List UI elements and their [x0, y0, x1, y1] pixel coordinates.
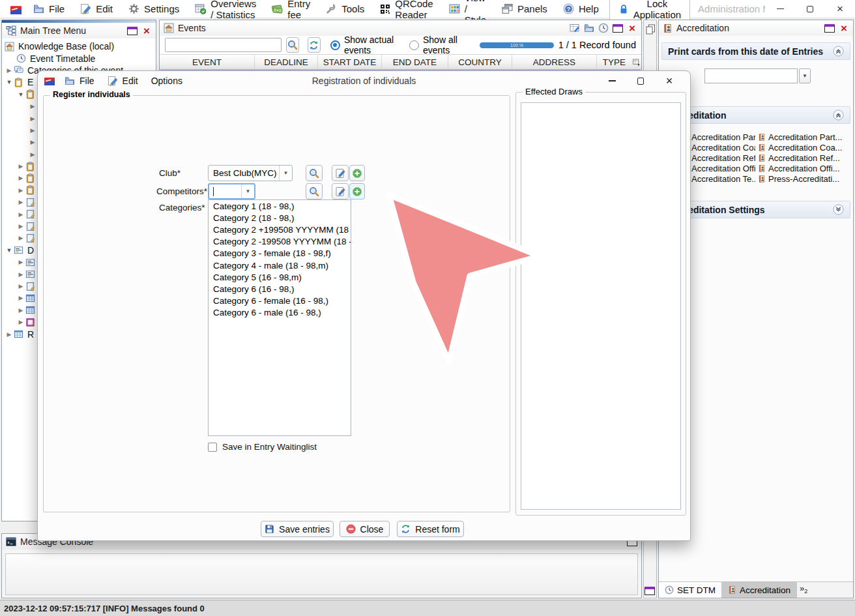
column-header-event[interactable]: EVENT [160, 55, 255, 69]
category-option[interactable]: Category 3 - female (18 - 98,f) [209, 248, 351, 259]
expand-arrow-icon[interactable] [16, 271, 25, 278]
tree-item-event-timetable[interactable]: Event Timetable [2, 52, 156, 64]
window-minimize-button[interactable] [765, 0, 795, 18]
panel-close-icon[interactable]: × [627, 24, 637, 33]
category-option[interactable]: Category 5 (16 - 98,m) [209, 271, 351, 283]
column-header-end-date[interactable]: END DATE [382, 55, 448, 69]
events-search-input[interactable] [165, 38, 282, 52]
competitors-edit-button[interactable] [332, 183, 349, 199]
print-cards-section-header[interactable]: Print cards from this date of Entries [661, 42, 850, 60]
search-button[interactable] [286, 37, 299, 53]
expand-arrow-icon[interactable] [16, 259, 25, 265]
menu-edit[interactable]: Edit [72, 0, 121, 18]
radio-show-actual-events[interactable] [330, 40, 340, 50]
competitors-search-button[interactable] [306, 183, 323, 199]
save-entries-button[interactable]: Save entries [261, 521, 334, 537]
menu-tools[interactable]: Tools [318, 0, 372, 18]
chevron-down-icon[interactable]: ▼ [279, 166, 292, 181]
expand-arrow-icon[interactable] [28, 115, 37, 122]
accreditation-item[interactable]: Accreditation Te... [681, 173, 755, 184]
tab-overflow-button[interactable]: »2 [797, 582, 810, 598]
dialog-close-button[interactable]: × [655, 72, 684, 90]
expand-arrow-icon[interactable] [16, 163, 25, 169]
expand-arrow-icon[interactable] [28, 103, 37, 110]
waitinglist-checkbox[interactable] [208, 443, 217, 452]
window-close-button[interactable]: × [825, 0, 855, 18]
category-option[interactable]: Category 2 +199508 YYYYMM (18 - 98,) [209, 224, 351, 235]
column-header-type[interactable]: TYPE [597, 55, 631, 69]
expand-arrow-icon[interactable] [16, 295, 25, 301]
category-option[interactable]: Category 6 - female (16 - 98,) [209, 295, 351, 307]
tab-accreditation[interactable]: Accreditation [722, 582, 797, 598]
accreditation-item[interactable]: Accreditation Coa... [681, 142, 755, 153]
tab-set-dtm[interactable]: SET DTM [659, 582, 722, 598]
effected-draws-list[interactable] [521, 102, 681, 510]
expand-arrow-icon[interactable] [16, 199, 25, 205]
menu-settings[interactable]: Settings [121, 0, 187, 18]
panel-maximize-icon[interactable] [824, 24, 835, 33]
pages-icon[interactable] [645, 23, 656, 35]
dialog-maximize-button[interactable] [626, 72, 655, 90]
clock-icon[interactable] [598, 23, 609, 33]
category-option[interactable]: Category 6 - male (16 - 98,) [209, 307, 351, 319]
panel-close-icon[interactable]: × [839, 24, 849, 33]
expand-arrow-icon[interactable] [5, 67, 14, 74]
category-option[interactable]: Category 2 -199508 YYYYMM (18 - 98,) [209, 236, 351, 248]
competitors-combobox[interactable]: ▼ [208, 183, 255, 199]
dialog-menu-edit[interactable]: Edit [102, 71, 144, 91]
club-combobox[interactable]: Best Club(MYC) ▼ [208, 165, 293, 181]
menu-help[interactable]: Help [555, 0, 607, 18]
expand-arrow-icon[interactable] [16, 211, 25, 218]
reset-form-button[interactable]: Reset form [397, 521, 464, 537]
menu-panels[interactable]: Panels [494, 0, 555, 18]
collapse-arrow-icon[interactable] [16, 91, 25, 98]
close-button[interactable]: Close [340, 521, 390, 537]
tree-item-knowledge-base[interactable]: Knowledge Base (local) [2, 40, 156, 52]
accreditation-item[interactable]: Accreditation Offi... [758, 163, 850, 173]
panel-restore-icon[interactable] [645, 587, 655, 595]
expand-arrow-icon[interactable] [16, 283, 25, 289]
collapse-chevron-icon[interactable] [833, 110, 844, 121]
chevron-down-icon[interactable]: ▼ [241, 184, 254, 198]
edit-table-icon[interactable] [570, 23, 580, 33]
dialog-minimize-button[interactable] [598, 72, 626, 90]
accreditation-item[interactable]: Accreditation Part... [758, 132, 850, 142]
collapse-chevron-icon[interactable] [833, 46, 844, 57]
expand-arrow-icon[interactable] [16, 187, 25, 194]
collapse-arrow-icon[interactable] [5, 79, 14, 85]
expand-arrow-icon[interactable] [16, 319, 25, 325]
accreditation-item[interactable]: Accreditation Coa... [758, 142, 850, 153]
categories-listbox[interactable]: Category 1 (18 - 98,) Category 2 (18 - 9… [208, 199, 351, 436]
expand-chevron-icon[interactable] [833, 204, 844, 215]
dialog-menu-options[interactable]: Options [145, 71, 188, 91]
accreditation-item[interactable]: Press-Accreditati... [758, 173, 850, 184]
date-dropdown-button[interactable]: ▼ [799, 68, 811, 83]
menu-overviews-statistics[interactable]: Overviews / Statistics [187, 0, 264, 18]
column-header-deadline[interactable]: DEADLINE [255, 55, 318, 69]
column-header-country[interactable]: COUNTRY [448, 55, 512, 69]
category-option[interactable]: Category 4 - male (18 - 98,m) [209, 259, 351, 271]
column-header-address[interactable]: ADDRESS [512, 55, 597, 69]
expand-arrow-icon[interactable] [5, 331, 14, 338]
accreditation-item[interactable]: Accreditation Part... [681, 132, 755, 142]
expand-arrow-icon[interactable] [28, 139, 37, 145]
expand-arrow-icon[interactable] [16, 307, 25, 314]
panel-close-icon[interactable]: × [141, 27, 152, 35]
panel-maximize-icon[interactable] [127, 27, 138, 35]
accreditation-item[interactable]: Accreditation Ref... [681, 153, 755, 163]
expand-arrow-icon[interactable] [16, 235, 25, 241]
radio-show-all-events[interactable] [409, 40, 419, 50]
collapse-arrow-icon[interactable] [5, 247, 14, 254]
accreditation-item[interactable]: Accreditation Ref... [758, 153, 850, 163]
panel-maximize-icon[interactable] [613, 24, 623, 33]
menu-file[interactable]: File [25, 0, 72, 18]
accreditation-item[interactable]: Accreditation Offi... [681, 163, 755, 173]
entries-date-input[interactable] [704, 68, 798, 83]
club-edit-button[interactable] [332, 165, 349, 181]
refresh-button[interactable] [308, 37, 321, 53]
category-option[interactable]: Category 6 (16 - 98,) [209, 283, 351, 295]
expand-arrow-icon[interactable] [16, 223, 25, 229]
expand-arrow-icon[interactable] [16, 175, 25, 181]
console-output-area[interactable] [5, 553, 638, 595]
club-add-button[interactable] [349, 165, 365, 181]
